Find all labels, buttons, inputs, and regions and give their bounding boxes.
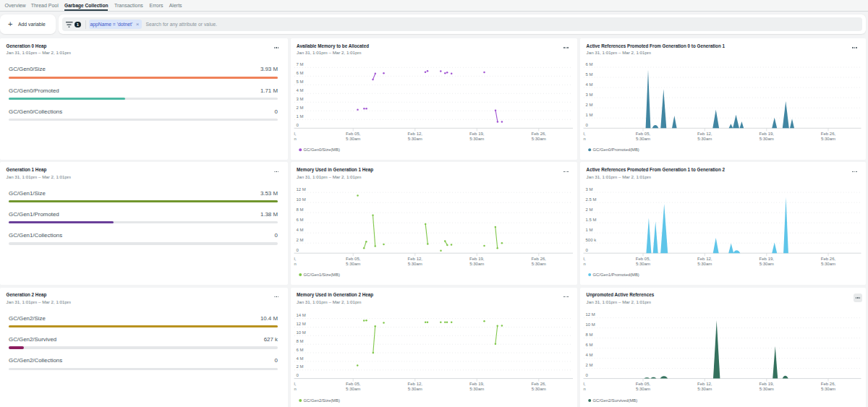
svg-text:Feb 26,: Feb 26, — [531, 381, 546, 385]
svg-text:Feb 12,: Feb 12, — [407, 257, 422, 261]
svg-text:Feb 05,: Feb 05, — [636, 132, 651, 136]
svg-text:5:30am: 5:30am — [346, 137, 360, 141]
svg-text:5:30am: 5:30am — [821, 386, 835, 390]
svg-text:Feb 19,: Feb 19, — [469, 381, 485, 385]
svg-text:Feb 05,: Feb 05, — [636, 381, 651, 385]
svg-text:6 M: 6 M — [586, 62, 593, 67]
svg-text:Feb 05,: Feb 05, — [636, 257, 651, 261]
svg-text:5:30am: 5:30am — [760, 262, 774, 266]
svg-text:Feb 05,: Feb 05, — [345, 132, 360, 136]
svg-text:8 M: 8 M — [296, 207, 303, 212]
svg-text:4 M: 4 M — [296, 356, 303, 360]
svg-text:5:30am: 5:30am — [407, 262, 422, 266]
svg-text:l,: l, — [584, 381, 586, 385]
svg-text:8 M: 8 M — [296, 338, 303, 343]
svg-text:Feb 12,: Feb 12, — [407, 132, 422, 136]
svg-text:5:30am: 5:30am — [697, 262, 712, 266]
svg-text:Feb 26,: Feb 26, — [531, 132, 546, 136]
svg-text:5:30am: 5:30am — [469, 262, 484, 266]
svg-text:5:30am: 5:30am — [821, 137, 835, 141]
svg-text:n: n — [584, 262, 586, 266]
svg-text:5:30am: 5:30am — [760, 137, 774, 141]
svg-text:GC/Gen2/Size(MB): GC/Gen2/Size(MB) — [303, 398, 339, 403]
svg-text:6 M: 6 M — [296, 347, 303, 351]
svg-text:4 M: 4 M — [296, 228, 303, 232]
svg-text:6 M: 6 M — [586, 343, 593, 347]
svg-text:1 M: 1 M — [296, 114, 303, 119]
svg-text:10 M: 10 M — [586, 322, 595, 327]
svg-text:1.5 M: 1.5 M — [586, 218, 597, 222]
svg-text:5:30am: 5:30am — [636, 262, 650, 266]
svg-text:n: n — [294, 262, 296, 266]
svg-text:Feb 05,: Feb 05, — [345, 381, 360, 385]
svg-text:Feb 12,: Feb 12, — [697, 381, 712, 385]
svg-text:Feb 19,: Feb 19, — [469, 132, 485, 136]
svg-text:l,: l, — [584, 257, 586, 261]
svg-text:5:30am: 5:30am — [346, 386, 360, 390]
svg-text:5:30am: 5:30am — [531, 262, 545, 266]
svg-text:0: 0 — [586, 248, 589, 252]
svg-text:6 M: 6 M — [296, 218, 303, 222]
svg-text:Feb 26,: Feb 26, — [531, 257, 546, 261]
svg-text:Feb 05,: Feb 05, — [345, 257, 360, 261]
svg-text:5:30am: 5:30am — [821, 262, 835, 266]
svg-text:Feb 12,: Feb 12, — [697, 257, 712, 261]
svg-text:0: 0 — [296, 248, 299, 252]
svg-text:5:30am: 5:30am — [636, 137, 650, 141]
svg-text:2 M: 2 M — [586, 103, 593, 107]
svg-text:n: n — [584, 386, 586, 390]
svg-text:12 M: 12 M — [586, 312, 595, 317]
svg-text:4 M: 4 M — [586, 82, 593, 87]
svg-text:n: n — [294, 386, 296, 390]
svg-text:12 M: 12 M — [296, 322, 305, 326]
svg-text:3 M: 3 M — [296, 97, 303, 101]
svg-text:0: 0 — [586, 373, 589, 377]
svg-text:Feb 26,: Feb 26, — [821, 132, 836, 136]
svg-text:GC/Gen1/Promoted(MB): GC/Gen1/Promoted(MB) — [593, 273, 639, 277]
svg-text:12 M: 12 M — [296, 187, 305, 192]
svg-text:GC/Gen0/Promoted(MB): GC/Gen0/Promoted(MB) — [593, 147, 639, 152]
svg-text:l,: l, — [294, 381, 296, 385]
svg-text:n: n — [584, 137, 586, 141]
svg-text:5:30am: 5:30am — [469, 137, 484, 141]
svg-text:5:30am: 5:30am — [636, 386, 650, 390]
svg-text:5:30am: 5:30am — [407, 386, 422, 390]
svg-text:Feb 19,: Feb 19, — [469, 257, 485, 261]
svg-text:4 M: 4 M — [586, 353, 593, 357]
svg-text:0: 0 — [586, 123, 589, 127]
svg-text:1 M: 1 M — [586, 228, 593, 232]
svg-text:5:30am: 5:30am — [531, 137, 545, 141]
svg-text:5:30am: 5:30am — [697, 137, 712, 141]
svg-text:2 M: 2 M — [296, 238, 303, 242]
svg-text:Feb 12,: Feb 12, — [407, 381, 422, 385]
svg-text:8 M: 8 M — [586, 333, 593, 337]
svg-text:2 M: 2 M — [586, 207, 593, 212]
svg-text:5:30am: 5:30am — [407, 137, 422, 141]
svg-text:GC/Gen1/Size(MB): GC/Gen1/Size(MB) — [303, 273, 339, 277]
svg-text:5 M: 5 M — [586, 72, 593, 77]
svg-text:10 M: 10 M — [296, 197, 305, 202]
svg-text:3 M: 3 M — [586, 93, 593, 97]
svg-text:2 M: 2 M — [296, 106, 303, 110]
svg-text:0: 0 — [296, 373, 299, 377]
svg-text:1 M: 1 M — [586, 113, 593, 117]
svg-text:Feb 19,: Feb 19, — [760, 132, 775, 136]
svg-text:l,: l, — [294, 257, 296, 261]
svg-text:5 M: 5 M — [296, 80, 303, 84]
svg-text:Feb 19,: Feb 19, — [760, 381, 775, 385]
svg-text:GC/Gen0/Size(MB): GC/Gen0/Size(MB) — [303, 147, 339, 152]
svg-text:n: n — [294, 137, 296, 141]
svg-text:Feb 12,: Feb 12, — [697, 132, 712, 136]
svg-text:6 M: 6 M — [296, 71, 303, 75]
svg-text:5:30am: 5:30am — [531, 386, 545, 390]
svg-text:Feb 19,: Feb 19, — [760, 257, 775, 261]
svg-text:14 M: 14 M — [296, 313, 305, 317]
svg-text:3 M: 3 M — [586, 187, 593, 192]
svg-text:GC/Gen2/Survived(MB): GC/Gen2/Survived(MB) — [593, 398, 638, 403]
svg-text:2 M: 2 M — [586, 363, 593, 367]
svg-text:10 M: 10 M — [296, 330, 305, 334]
svg-text:l,: l, — [584, 132, 586, 136]
svg-text:5:30am: 5:30am — [469, 386, 484, 390]
svg-text:0: 0 — [296, 123, 299, 127]
svg-text:7 M: 7 M — [296, 62, 303, 67]
